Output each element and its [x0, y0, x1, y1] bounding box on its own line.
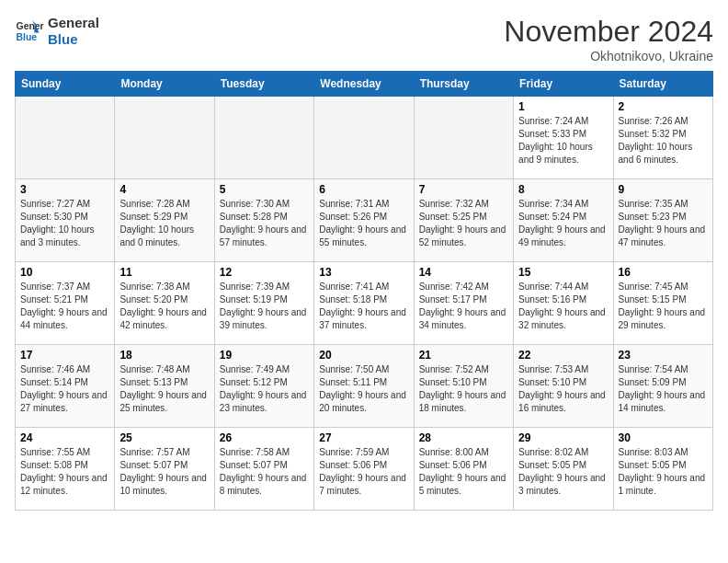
calendar-week-1: 1Sunrise: 7:24 AM Sunset: 5:33 PM Daylig… — [16, 97, 713, 179]
day-number: 1 — [518, 100, 608, 113]
day-info: Sunrise: 7:45 AM Sunset: 5:15 PM Dayligh… — [619, 281, 708, 332]
calendar-week-3: 10Sunrise: 7:37 AM Sunset: 5:21 PM Dayli… — [16, 262, 713, 345]
day-number: 22 — [518, 349, 608, 362]
day-info: Sunrise: 7:32 AM Sunset: 5:25 PM Dayligh… — [419, 198, 508, 249]
day-info: Sunrise: 7:44 AM Sunset: 5:16 PM Dayligh… — [518, 281, 608, 332]
calendar-body: 1Sunrise: 7:24 AM Sunset: 5:33 PM Daylig… — [16, 97, 713, 511]
calendar-cell: 15Sunrise: 7:44 AM Sunset: 5:16 PM Dayli… — [514, 262, 613, 345]
day-header-thursday: Thursday — [414, 72, 513, 97]
day-number: 27 — [319, 431, 408, 444]
day-number: 28 — [419, 431, 508, 444]
day-number: 21 — [419, 349, 508, 362]
calendar-cell — [314, 97, 414, 179]
day-number: 14 — [419, 266, 508, 279]
day-info: Sunrise: 7:42 AM Sunset: 5:17 PM Dayligh… — [419, 281, 508, 332]
day-number: 13 — [319, 266, 408, 279]
day-info: Sunrise: 7:31 AM Sunset: 5:26 PM Dayligh… — [319, 198, 408, 249]
day-info: Sunrise: 7:41 AM Sunset: 5:18 PM Dayligh… — [319, 281, 408, 332]
day-number: 3 — [20, 183, 109, 196]
calendar-cell: 5Sunrise: 7:30 AM Sunset: 5:28 PM Daylig… — [214, 179, 313, 262]
calendar-cell: 29Sunrise: 8:02 AM Sunset: 5:05 PM Dayli… — [514, 428, 613, 511]
calendar-cell: 8Sunrise: 7:34 AM Sunset: 5:24 PM Daylig… — [514, 179, 613, 262]
calendar-cell: 21Sunrise: 7:52 AM Sunset: 5:10 PM Dayli… — [414, 345, 513, 428]
day-header-sunday: Sunday — [16, 72, 115, 97]
day-number: 9 — [619, 183, 708, 196]
logo-text-line2: Blue — [48, 31, 99, 48]
calendar-cell: 10Sunrise: 7:37 AM Sunset: 5:21 PM Dayli… — [16, 262, 115, 345]
svg-text:General: General — [17, 21, 44, 31]
page-header: General Blue General Blue November 2024 … — [15, 15, 713, 63]
day-info: Sunrise: 7:24 AM Sunset: 5:33 PM Dayligh… — [518, 115, 608, 167]
day-number: 7 — [419, 183, 508, 196]
day-info: Sunrise: 8:03 AM Sunset: 5:05 PM Dayligh… — [619, 446, 708, 498]
day-info: Sunrise: 8:00 AM Sunset: 5:06 PM Dayligh… — [419, 446, 508, 498]
calendar-cell — [16, 97, 115, 179]
day-number: 23 — [619, 349, 708, 362]
day-info: Sunrise: 7:28 AM Sunset: 5:29 PM Dayligh… — [119, 198, 209, 249]
title-block: November 2024 Okhotnikovo, Ukraine — [504, 15, 713, 63]
calendar-cell: 25Sunrise: 7:57 AM Sunset: 5:07 PM Dayli… — [115, 428, 214, 511]
logo-icon: General Blue — [15, 17, 44, 46]
svg-text:Blue: Blue — [17, 32, 38, 42]
calendar-cell: 13Sunrise: 7:41 AM Sunset: 5:18 PM Dayli… — [314, 262, 414, 345]
logo: General Blue General Blue — [15, 15, 99, 48]
day-number: 5 — [220, 183, 309, 196]
calendar-week-4: 17Sunrise: 7:46 AM Sunset: 5:14 PM Dayli… — [16, 345, 713, 428]
day-info: Sunrise: 7:37 AM Sunset: 5:21 PM Dayligh… — [20, 281, 109, 332]
day-number: 19 — [220, 349, 309, 362]
day-info: Sunrise: 7:46 AM Sunset: 5:14 PM Dayligh… — [20, 363, 109, 415]
day-header-monday: Monday — [115, 72, 214, 97]
calendar-cell: 28Sunrise: 8:00 AM Sunset: 5:06 PM Dayli… — [414, 428, 513, 511]
calendar-cell: 24Sunrise: 7:55 AM Sunset: 5:08 PM Dayli… — [16, 428, 115, 511]
day-info: Sunrise: 7:50 AM Sunset: 5:11 PM Dayligh… — [319, 363, 408, 415]
day-info: Sunrise: 7:34 AM Sunset: 5:24 PM Dayligh… — [518, 198, 608, 249]
calendar-cell: 18Sunrise: 7:48 AM Sunset: 5:13 PM Dayli… — [115, 345, 214, 428]
day-info: Sunrise: 7:57 AM Sunset: 5:07 PM Dayligh… — [119, 446, 209, 498]
calendar-cell: 30Sunrise: 8:03 AM Sunset: 5:05 PM Dayli… — [613, 428, 712, 511]
day-info: Sunrise: 7:35 AM Sunset: 5:23 PM Dayligh… — [619, 198, 708, 249]
calendar-cell: 23Sunrise: 7:54 AM Sunset: 5:09 PM Dayli… — [613, 345, 712, 428]
calendar-cell: 3Sunrise: 7:27 AM Sunset: 5:30 PM Daylig… — [16, 179, 115, 262]
day-info: Sunrise: 7:26 AM Sunset: 5:32 PM Dayligh… — [619, 115, 708, 167]
calendar-cell — [115, 97, 214, 179]
calendar-cell: 1Sunrise: 7:24 AM Sunset: 5:33 PM Daylig… — [514, 97, 613, 179]
day-number: 12 — [220, 266, 309, 279]
calendar-cell: 22Sunrise: 7:53 AM Sunset: 5:10 PM Dayli… — [514, 345, 613, 428]
day-info: Sunrise: 7:59 AM Sunset: 5:06 PM Dayligh… — [319, 446, 408, 498]
day-number: 25 — [119, 431, 209, 444]
calendar-table: SundayMondayTuesdayWednesdayThursdayFrid… — [15, 71, 713, 511]
day-number: 26 — [220, 431, 309, 444]
day-info: Sunrise: 7:49 AM Sunset: 5:12 PM Dayligh… — [220, 363, 309, 415]
calendar-header: SundayMondayTuesdayWednesdayThursdayFrid… — [16, 72, 713, 97]
day-number: 10 — [20, 266, 109, 279]
day-header-saturday: Saturday — [613, 72, 712, 97]
day-info: Sunrise: 7:53 AM Sunset: 5:10 PM Dayligh… — [518, 363, 608, 415]
calendar-cell: 26Sunrise: 7:58 AM Sunset: 5:07 PM Dayli… — [214, 428, 313, 511]
day-number: 20 — [319, 349, 408, 362]
logo-text-line1: General — [48, 15, 99, 31]
month-title: November 2024 — [504, 15, 713, 49]
day-number: 6 — [319, 183, 408, 196]
day-info: Sunrise: 7:27 AM Sunset: 5:30 PM Dayligh… — [20, 198, 109, 249]
day-header-tuesday: Tuesday — [214, 72, 313, 97]
day-info: Sunrise: 8:02 AM Sunset: 5:05 PM Dayligh… — [518, 446, 608, 498]
location: Okhotnikovo, Ukraine — [504, 49, 713, 63]
calendar-cell — [214, 97, 313, 179]
calendar-week-2: 3Sunrise: 7:27 AM Sunset: 5:30 PM Daylig… — [16, 179, 713, 262]
calendar-cell — [414, 97, 513, 179]
day-number: 30 — [619, 431, 708, 444]
calendar-cell: 16Sunrise: 7:45 AM Sunset: 5:15 PM Dayli… — [613, 262, 712, 345]
calendar-cell: 11Sunrise: 7:38 AM Sunset: 5:20 PM Dayli… — [115, 262, 214, 345]
day-number: 11 — [119, 266, 209, 279]
day-info: Sunrise: 7:58 AM Sunset: 5:07 PM Dayligh… — [220, 446, 309, 498]
calendar-week-5: 24Sunrise: 7:55 AM Sunset: 5:08 PM Dayli… — [16, 428, 713, 511]
calendar-cell: 7Sunrise: 7:32 AM Sunset: 5:25 PM Daylig… — [414, 179, 513, 262]
calendar-cell: 17Sunrise: 7:46 AM Sunset: 5:14 PM Dayli… — [16, 345, 115, 428]
calendar-cell: 4Sunrise: 7:28 AM Sunset: 5:29 PM Daylig… — [115, 179, 214, 262]
day-number: 2 — [619, 100, 708, 113]
day-number: 15 — [518, 266, 608, 279]
day-number: 16 — [619, 266, 708, 279]
calendar-cell: 6Sunrise: 7:31 AM Sunset: 5:26 PM Daylig… — [314, 179, 414, 262]
day-number: 24 — [20, 431, 109, 444]
calendar-cell: 14Sunrise: 7:42 AM Sunset: 5:17 PM Dayli… — [414, 262, 513, 345]
